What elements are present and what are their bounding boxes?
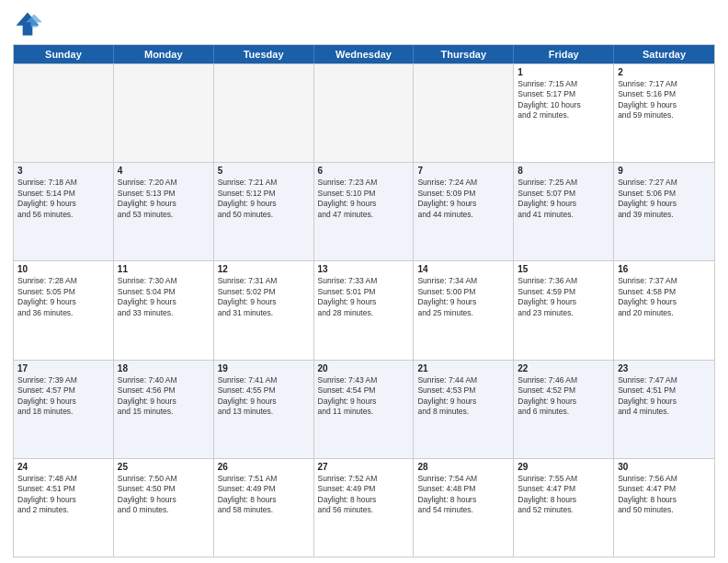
day-info: Sunrise: 7:25 AM Sunset: 5:07 PM Dayligh… (518, 178, 609, 220)
day-info: Sunrise: 7:23 AM Sunset: 5:10 PM Dayligh… (318, 178, 410, 220)
day-info: Sunrise: 7:20 AM Sunset: 5:13 PM Dayligh… (118, 178, 210, 220)
calendar-row-4: 24Sunrise: 7:48 AM Sunset: 4:51 PM Dayli… (14, 458, 714, 557)
day-number: 7 (417, 166, 509, 176)
day-cell-12: 12Sunrise: 7:31 AM Sunset: 5:02 PM Dayli… (214, 261, 314, 359)
day-info: Sunrise: 7:17 AM Sunset: 5:16 PM Dayligh… (618, 79, 711, 121)
day-cell-18: 18Sunrise: 7:40 AM Sunset: 4:56 PM Dayli… (114, 361, 214, 458)
calendar-row-3: 17Sunrise: 7:39 AM Sunset: 4:57 PM Dayli… (14, 360, 714, 458)
day-number: 4 (118, 166, 210, 176)
day-cell-27: 27Sunrise: 7:52 AM Sunset: 4:49 PM Dayli… (314, 459, 415, 557)
empty-cell (414, 64, 514, 162)
day-number: 3 (17, 166, 109, 176)
day-cell-23: 23Sunrise: 7:47 AM Sunset: 4:51 PM Dayli… (614, 361, 714, 458)
header-day-sunday: Sunday (14, 45, 114, 63)
day-info: Sunrise: 7:37 AM Sunset: 4:58 PM Dayligh… (618, 276, 711, 318)
day-info: Sunrise: 7:51 AM Sunset: 4:49 PM Dayligh… (218, 474, 310, 516)
day-number: 16 (618, 264, 711, 274)
day-info: Sunrise: 7:55 AM Sunset: 4:47 PM Dayligh… (518, 474, 609, 516)
day-info: Sunrise: 7:28 AM Sunset: 5:05 PM Dayligh… (17, 276, 109, 318)
day-cell-11: 11Sunrise: 7:30 AM Sunset: 5:04 PM Dayli… (114, 261, 214, 359)
day-cell-14: 14Sunrise: 7:34 AM Sunset: 5:00 PM Dayli… (414, 261, 514, 359)
day-cell-6: 6Sunrise: 7:23 AM Sunset: 5:10 PM Daylig… (314, 163, 415, 260)
day-info: Sunrise: 7:33 AM Sunset: 5:01 PM Dayligh… (318, 276, 410, 318)
day-cell-16: 16Sunrise: 7:37 AM Sunset: 4:58 PM Dayli… (614, 261, 714, 359)
page: SundayMondayTuesdayWednesdayThursdayFrid… (0, 0, 728, 563)
day-cell-22: 22Sunrise: 7:46 AM Sunset: 4:52 PM Dayli… (514, 361, 614, 458)
empty-cell (114, 64, 214, 162)
calendar-body: 1Sunrise: 7:15 AM Sunset: 5:17 PM Daylig… (14, 63, 714, 557)
day-info: Sunrise: 7:46 AM Sunset: 4:52 PM Dayligh… (518, 375, 609, 418)
header-day-saturday: Saturday (614, 45, 714, 63)
day-number: 21 (417, 363, 509, 373)
day-number: 13 (318, 264, 410, 274)
day-number: 2 (618, 67, 711, 77)
day-info: Sunrise: 7:48 AM Sunset: 4:51 PM Dayligh… (17, 474, 109, 516)
day-number: 23 (618, 363, 711, 373)
day-info: Sunrise: 7:39 AM Sunset: 4:57 PM Dayligh… (17, 375, 109, 418)
day-number: 27 (318, 462, 410, 472)
header-day-thursday: Thursday (414, 45, 514, 63)
day-cell-2: 2Sunrise: 7:17 AM Sunset: 5:16 PM Daylig… (614, 64, 714, 162)
day-number: 5 (218, 166, 310, 176)
calendar-row-0: 1Sunrise: 7:15 AM Sunset: 5:17 PM Daylig… (14, 63, 714, 162)
day-info: Sunrise: 7:34 AM Sunset: 5:00 PM Dayligh… (417, 276, 509, 318)
calendar: SundayMondayTuesdayWednesdayThursdayFrid… (13, 44, 715, 557)
day-cell-20: 20Sunrise: 7:43 AM Sunset: 4:54 PM Dayli… (314, 361, 415, 458)
day-number: 30 (618, 462, 711, 472)
day-info: Sunrise: 7:40 AM Sunset: 4:56 PM Dayligh… (118, 375, 210, 418)
day-number: 26 (218, 462, 310, 472)
day-number: 15 (518, 264, 609, 274)
day-cell-10: 10Sunrise: 7:28 AM Sunset: 5:05 PM Dayli… (14, 261, 114, 359)
day-info: Sunrise: 7:54 AM Sunset: 4:48 PM Dayligh… (417, 474, 509, 516)
day-info: Sunrise: 7:31 AM Sunset: 5:02 PM Dayligh… (218, 276, 310, 318)
day-info: Sunrise: 7:56 AM Sunset: 4:47 PM Dayligh… (618, 474, 711, 516)
header (13, 9, 715, 39)
day-cell-28: 28Sunrise: 7:54 AM Sunset: 4:48 PM Dayli… (414, 459, 514, 557)
day-number: 17 (17, 363, 109, 373)
day-number: 25 (118, 462, 210, 472)
day-info: Sunrise: 7:41 AM Sunset: 4:55 PM Dayligh… (218, 375, 310, 418)
day-number: 28 (417, 462, 509, 472)
day-cell-19: 19Sunrise: 7:41 AM Sunset: 4:55 PM Dayli… (214, 361, 314, 458)
calendar-row-1: 3Sunrise: 7:18 AM Sunset: 5:14 PM Daylig… (14, 162, 714, 260)
day-number: 20 (318, 363, 410, 373)
header-day-monday: Monday (114, 45, 214, 63)
day-cell-8: 8Sunrise: 7:25 AM Sunset: 5:07 PM Daylig… (514, 163, 614, 260)
day-number: 22 (518, 363, 609, 373)
day-cell-17: 17Sunrise: 7:39 AM Sunset: 4:57 PM Dayli… (14, 361, 114, 458)
calendar-row-2: 10Sunrise: 7:28 AM Sunset: 5:05 PM Dayli… (14, 260, 714, 359)
day-cell-26: 26Sunrise: 7:51 AM Sunset: 4:49 PM Dayli… (214, 459, 314, 557)
logo-icon (13, 9, 42, 39)
day-cell-21: 21Sunrise: 7:44 AM Sunset: 4:53 PM Dayli… (414, 361, 514, 458)
day-cell-15: 15Sunrise: 7:36 AM Sunset: 4:59 PM Dayli… (514, 261, 614, 359)
day-number: 29 (518, 462, 609, 472)
day-number: 10 (17, 264, 109, 274)
day-info: Sunrise: 7:52 AM Sunset: 4:49 PM Dayligh… (318, 474, 410, 516)
day-cell-4: 4Sunrise: 7:20 AM Sunset: 5:13 PM Daylig… (114, 163, 214, 260)
day-cell-7: 7Sunrise: 7:24 AM Sunset: 5:09 PM Daylig… (414, 163, 514, 260)
day-cell-24: 24Sunrise: 7:48 AM Sunset: 4:51 PM Dayli… (14, 459, 114, 557)
day-cell-25: 25Sunrise: 7:50 AM Sunset: 4:50 PM Dayli… (114, 459, 214, 557)
empty-cell (14, 64, 114, 162)
day-info: Sunrise: 7:30 AM Sunset: 5:04 PM Dayligh… (118, 276, 210, 318)
day-info: Sunrise: 7:50 AM Sunset: 4:50 PM Dayligh… (118, 474, 210, 516)
logo (13, 9, 46, 39)
day-cell-13: 13Sunrise: 7:33 AM Sunset: 5:01 PM Dayli… (314, 261, 415, 359)
header-day-wednesday: Wednesday (314, 45, 415, 63)
day-number: 14 (417, 264, 509, 274)
day-number: 9 (618, 166, 711, 176)
day-info: Sunrise: 7:21 AM Sunset: 5:12 PM Dayligh… (218, 178, 310, 220)
day-info: Sunrise: 7:24 AM Sunset: 5:09 PM Dayligh… (417, 178, 509, 220)
header-day-friday: Friday (514, 45, 614, 63)
day-info: Sunrise: 7:27 AM Sunset: 5:06 PM Dayligh… (618, 178, 711, 220)
day-info: Sunrise: 7:15 AM Sunset: 5:17 PM Dayligh… (518, 79, 609, 121)
header-day-tuesday: Tuesday (214, 45, 314, 63)
day-number: 11 (118, 264, 210, 274)
day-cell-3: 3Sunrise: 7:18 AM Sunset: 5:14 PM Daylig… (14, 163, 114, 260)
day-info: Sunrise: 7:18 AM Sunset: 5:14 PM Dayligh… (17, 178, 109, 220)
day-cell-30: 30Sunrise: 7:56 AM Sunset: 4:47 PM Dayli… (614, 459, 714, 557)
day-info: Sunrise: 7:43 AM Sunset: 4:54 PM Dayligh… (318, 375, 410, 418)
empty-cell (214, 64, 314, 162)
day-info: Sunrise: 7:47 AM Sunset: 4:51 PM Dayligh… (618, 375, 711, 418)
day-cell-9: 9Sunrise: 7:27 AM Sunset: 5:06 PM Daylig… (614, 163, 714, 260)
